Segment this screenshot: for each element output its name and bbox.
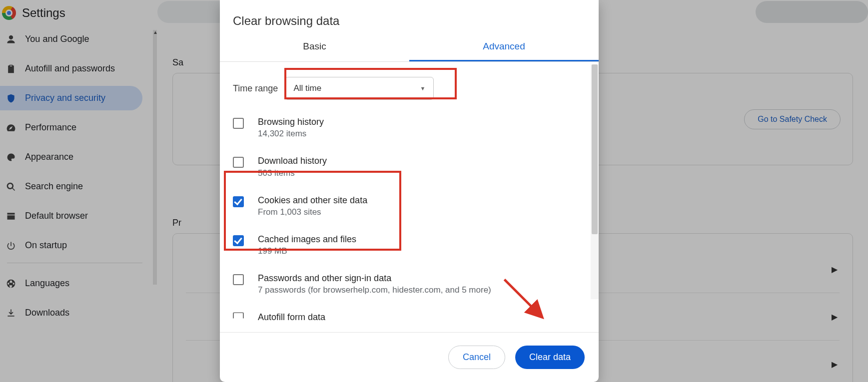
data-item-title: Cached images and files bbox=[258, 233, 356, 245]
dialog-scrollbar[interactable] bbox=[591, 64, 599, 299]
time-range-row: Time range All time ▼ bbox=[220, 62, 599, 110]
data-item-cache[interactable]: Cached images and files 199 MB bbox=[233, 227, 586, 266]
data-item-download-history[interactable]: Download history 503 items bbox=[233, 149, 586, 188]
dialog-scrollbar-thumb[interactable] bbox=[592, 64, 598, 234]
clear-browsing-data-dialog: Clear browsing data Basic Advanced Time … bbox=[220, 0, 599, 382]
dialog-tabs: Basic Advanced bbox=[220, 33, 599, 62]
tab-advanced[interactable]: Advanced bbox=[409, 33, 599, 61]
data-item-subtitle: 14,302 items bbox=[258, 129, 324, 139]
checkbox-cookies[interactable] bbox=[233, 196, 244, 207]
data-item-title: Passwords and other sign-in data bbox=[258, 272, 491, 284]
data-item-autofill[interactable]: Autofill form data bbox=[233, 305, 586, 323]
cancel-button[interactable]: Cancel bbox=[448, 346, 505, 369]
checkbox-download-history[interactable] bbox=[233, 157, 244, 168]
time-range-select[interactable]: All time ▼ bbox=[285, 77, 434, 100]
checkbox-browsing-history[interactable] bbox=[233, 118, 244, 129]
dialog-body: Time range All time ▼ Browsing history 1… bbox=[220, 62, 599, 332]
data-item-subtitle: 199 MB bbox=[258, 246, 356, 256]
dialog-footer: Cancel Clear data bbox=[220, 332, 599, 382]
data-item-title: Browsing history bbox=[258, 116, 324, 128]
data-item-browsing-history[interactable]: Browsing history 14,302 items bbox=[233, 110, 586, 149]
data-item-subtitle: From 1,003 sites bbox=[258, 207, 367, 217]
time-range-label: Time range bbox=[233, 83, 278, 94]
data-item-title: Autofill form data bbox=[258, 311, 325, 323]
data-item-passwords[interactable]: Passwords and other sign-in data 7 passw… bbox=[233, 266, 586, 305]
data-type-list: Browsing history 14,302 items Download h… bbox=[220, 110, 599, 324]
data-item-title: Cookies and other site data bbox=[258, 194, 367, 206]
chevron-down-icon: ▼ bbox=[420, 85, 425, 91]
time-range-value: All time bbox=[293, 83, 321, 93]
data-item-subtitle: 7 passwords (for browserhelp.com, hidest… bbox=[258, 285, 491, 295]
checkbox-passwords[interactable] bbox=[233, 274, 244, 285]
checkbox-autofill[interactable] bbox=[233, 312, 244, 323]
dialog-title: Clear browsing data bbox=[220, 0, 599, 33]
tab-basic[interactable]: Basic bbox=[220, 33, 409, 61]
data-item-subtitle: 503 items bbox=[258, 168, 327, 178]
data-item-cookies[interactable]: Cookies and other site data From 1,003 s… bbox=[233, 188, 586, 227]
checkbox-cache[interactable] bbox=[233, 235, 244, 246]
clear-data-button[interactable]: Clear data bbox=[515, 346, 585, 369]
data-item-title: Download history bbox=[258, 155, 327, 167]
